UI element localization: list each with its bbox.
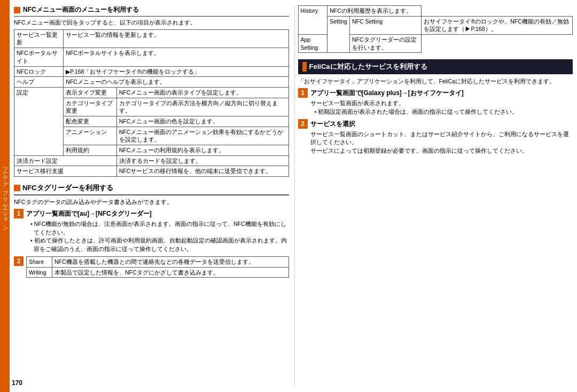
step1-content: アプリ一覧画面で[au]→[NFCタグリーダー] NFC機能が無効の場合は、注意… <box>26 209 289 254</box>
table-row: History NFCの利用履歴を表示します。 <box>298 6 573 17</box>
step-number-1: 1 <box>14 209 24 218</box>
table-row: NFCポータルサイト NFCポータルサイトを表示します。 <box>14 48 289 66</box>
sidebar: ツール・アプリケーション <box>0 0 10 392</box>
felica-step2-title: サービスを選択 <box>310 119 573 129</box>
table-cell: サービス移行支援 <box>14 166 117 177</box>
table-cell: NFCタグリーダーの設定を行います。 <box>349 35 422 53</box>
felica-step1-title: アプリ一覧画面で[Galaxy plus]→[おサイフケータイ] <box>310 88 518 98</box>
orange-bullet-icon2 <box>14 185 20 191</box>
table-cell: アニメーション <box>64 127 116 145</box>
table-cell: サービス一覧の情報を更新します。 <box>64 29 288 48</box>
table-cell: NFCの利用履歴を表示します。 <box>328 6 422 17</box>
table-row: サービス一覧更新 サービス一覧の情報を更新します。 <box>14 29 289 48</box>
table-row: Writing 本製品で設定した情報を、NFCタグにかざして書き込みます。 <box>27 267 289 278</box>
felica-step1: 1 アプリ一覧画面で[Galaxy plus]→[おサイフケータイ] サービス一… <box>298 88 573 116</box>
felica-step1-body: サービス一覧画面が表示されます。 初期設定画面が表示された場合は、画面の指示に従… <box>310 99 518 116</box>
nfc-menu-heading: NFCメニュー画面のメニューを利用する <box>14 5 289 17</box>
table-cell: NFCメニュー画面の色を設定します。 <box>116 116 288 127</box>
page-number: 170 <box>12 379 22 387</box>
left-column: NFCメニュー画面のメニューを利用する NFCメニュー画面で回をタップすると、以… <box>14 5 289 388</box>
felica-step1-bullet: 初期設定画面が表示された場合は、画面の指示に従って操作してください。 <box>314 108 518 116</box>
table-cell: 設定 <box>14 87 64 155</box>
step1-title: アプリ一覧画面で[au]→[NFCタグリーダー] <box>26 209 289 218</box>
orange-rect-icon <box>302 62 307 72</box>
table-cell: カテゴリータイプの表示方法を横方向／縦方向に切り替えます。 <box>116 98 288 116</box>
table-cell: NFCメニュー画面の表示タイプを設定します。 <box>116 87 288 98</box>
felica-section: FeliCaに対応したサービスを利用する 「おサイフケータイ」アプリケーションを… <box>298 59 573 158</box>
nfc-tag-step2-table: Share NFC機器を搭載した機器との間で連絡先などの各種データを送受信します… <box>26 256 289 278</box>
right-column: History NFCの利用履歴を表示します。 Setting NFC Sett… <box>294 5 573 388</box>
nfc-tag-title: NFCタグリーダーを利用する <box>22 183 113 193</box>
table-row: Share NFC機器を搭載した機器との間で連絡先などの各種データを送受信します… <box>27 256 289 267</box>
table-cell-app-setting: App Setting <box>298 35 328 53</box>
table-cell-history: History <box>298 6 328 35</box>
table-cell: NFCポータルサイト <box>14 48 64 66</box>
step1-bullet1: NFC機能が無効の場合は、注意画面が表示されます。画面の指示に従って、NFC機能… <box>29 220 289 237</box>
table-cell-setting: Setting <box>328 16 350 53</box>
felica-step-number-2: 2 <box>298 119 308 129</box>
history-setting-table: History NFCの利用履歴を表示します。 Setting NFC Sett… <box>298 5 573 53</box>
table-cell: 本製品で設定した情報を、NFCタグにかざして書き込みます。 <box>52 267 288 278</box>
table-cell: 決済するカードを設定します。 <box>116 155 288 166</box>
nfc-tag-section: NFCタグリーダーを利用する NFCタグのデータの読み込みやデータ書き込みができ… <box>14 183 289 280</box>
nfc-menu-section: NFCメニュー画面のメニューを利用する NFCメニュー画面で回をタップすると、以… <box>14 5 289 179</box>
table-cell: ヘルプ <box>14 77 64 88</box>
felica-step1-content: アプリ一覧画面で[Galaxy plus]→[おサイフケータイ] サービス一覧画… <box>310 88 518 116</box>
table-cell: ▶P.168「おサイフケータイ®の機能をロックする」 <box>64 66 288 77</box>
felica-step2-body: サービス一覧画面のショートカット、またはサービス紹介サイトから、ご利用になるサー… <box>310 130 573 155</box>
table-row: ヘルプ NFCメニューのヘルプを表示します。 <box>14 77 289 88</box>
table-cell: おサイフケータイ®のロックや、NFC機能の有効／無効を設定します（▶P.168）… <box>422 16 573 34</box>
table-cell: NFCポータルサイトを表示します。 <box>64 48 288 66</box>
table-cell: 表示タイプ変更 <box>64 87 116 98</box>
felica-step2-content: サービスを選択 サービス一覧画面のショートカット、またはサービス紹介サイトから、… <box>310 119 573 155</box>
nfc-menu-intro: NFCメニュー画面で回をタップすると、以下の項目が表示されます。 <box>14 19 289 27</box>
table-cell: NFCメニューの利用規約を表示します。 <box>116 145 288 156</box>
felica-step1-desc: サービス一覧画面が表示されます。 <box>310 99 518 108</box>
table-cell: Writing <box>27 267 52 278</box>
table-row: Setting NFC Setting おサイフケータイ®のロックや、NFC機能… <box>298 16 573 34</box>
nfc-tag-step2: 2 Share NFC機器を搭載した機器との間で連絡先などの各種データを送受信し… <box>14 256 289 278</box>
table-row: 決済カード設定 決済するカードを設定します。 <box>14 155 289 166</box>
nfc-tag-intro: NFCタグのデータの読み込みやデータ書き込みができます。 <box>14 198 289 207</box>
table-row: 設定 表示タイプ変更 NFCメニュー画面の表示タイプを設定します。 <box>14 87 289 98</box>
felica-step2: 2 サービスを選択 サービス一覧画面のショートカット、またはサービス紹介サイトか… <box>298 119 573 155</box>
sidebar-text: ツール・アプリケーション <box>1 163 9 229</box>
table-cell: NFCメニューのヘルプを表示します。 <box>64 77 288 88</box>
felica-heading: FeliCaに対応したサービスを利用する <box>298 59 573 74</box>
step1-body: NFC機能が無効の場合は、注意画面が表示されます。画面の指示に従って、NFC機能… <box>26 220 289 254</box>
table-cell: NFCロック <box>14 66 64 77</box>
table-cell-nfc-setting: NFC Setting <box>349 16 422 34</box>
table-cell: Share <box>27 256 52 267</box>
main-content: NFCメニュー画面のメニューを利用する NFCメニュー画面で回をタップすると、以… <box>10 0 577 392</box>
table-row: NFCロック ▶P.168「おサイフケータイ®の機能をロックする」 <box>14 66 289 77</box>
table-cell: 決済カード設定 <box>14 155 117 166</box>
felica-title: FeliCaに対応したサービスを利用する <box>309 62 427 72</box>
table-cell: NFCサービスの移行情報を、他の端末に送受信できます。 <box>116 166 288 177</box>
step1-bullet2: 初めて操作したときは、許可画面や利用規約画面、自動起動設定の確認画面が表示されま… <box>29 237 289 254</box>
table-row: サービス移行支援 NFCサービスの移行情報を、他の端末に送受信できます。 <box>14 166 289 177</box>
nfc-tag-step1: 1 アプリ一覧画面で[au]→[NFCタグリーダー] NFC機能が無効の場合は、… <box>14 209 289 254</box>
nfc-menu-table: サービス一覧更新 サービス一覧の情報を更新します。 NFCポータルサイト NFC… <box>14 29 289 177</box>
orange-bullet-icon <box>14 7 20 13</box>
nfc-menu-title: NFCメニュー画面のメニューを利用する <box>23 5 139 14</box>
step-number-2: 2 <box>14 256 24 266</box>
table-cell: 利用規約 <box>64 145 116 156</box>
table-cell: NFC機器を搭載した機器との間で連絡先などの各種データを送受信します。 <box>52 256 288 267</box>
nfc-tag-heading: NFCタグリーダーを利用する <box>14 183 289 195</box>
table-cell: 配色変更 <box>64 116 116 127</box>
history-setting-table-section: History NFCの利用履歴を表示します。 Setting NFC Sett… <box>298 5 573 55</box>
table-cell: NFCメニュー画面のアニメーション効果を有効にするかどうかを設定します。 <box>116 127 288 145</box>
felica-intro: 「おサイフケータイ」アプリケーションを利用して、FeliCaに対応したサービスを… <box>298 77 573 86</box>
table-cell: サービス一覧更新 <box>14 29 64 48</box>
felica-step-number-1: 1 <box>298 88 308 98</box>
table-cell: カテゴリータイプ変更 <box>64 98 116 116</box>
